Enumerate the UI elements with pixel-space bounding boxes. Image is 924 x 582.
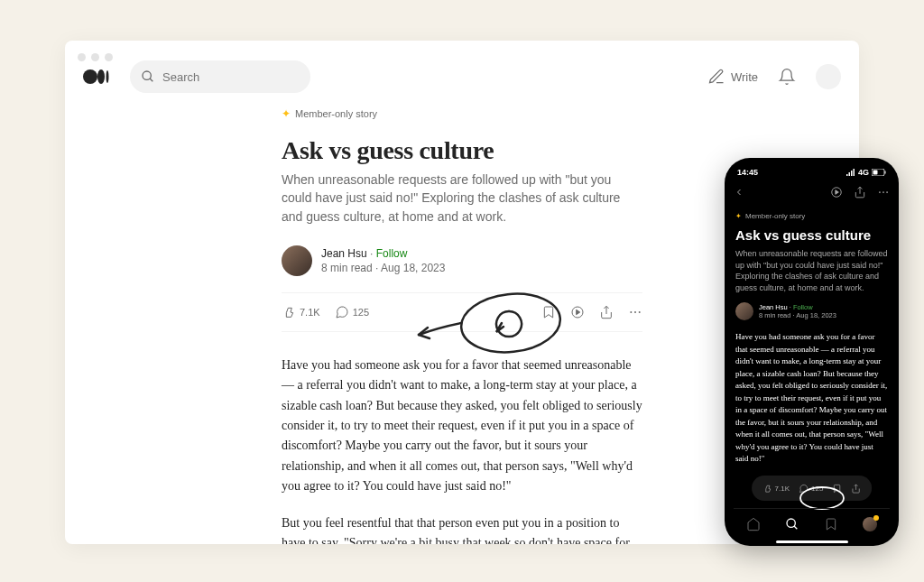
write-label: Write <box>731 70 758 84</box>
mobile-device-mockup: 14:45 4G ✦ Member-only story Ask vs gues… <box>725 158 899 546</box>
mobile-article-subtitle: When unreasonable requests are followed … <box>735 248 888 293</box>
svg-point-20 <box>879 191 881 193</box>
share-icon[interactable] <box>599 305 614 319</box>
svg-line-25 <box>794 526 797 529</box>
clap-icon <box>282 305 296 319</box>
comment-count: 125 <box>353 307 369 318</box>
mobile-top-nav <box>734 180 890 205</box>
svg-rect-12 <box>848 172 850 176</box>
more-icon[interactable] <box>628 305 642 319</box>
mobile-author-avatar[interactable] <box>735 302 753 320</box>
svg-point-3 <box>143 71 151 79</box>
mobile-article: ✦ Member-only story Ask vs guess culture… <box>734 205 890 473</box>
user-avatar[interactable] <box>816 64 841 89</box>
maximize-window-button[interactable] <box>105 53 113 61</box>
mobile-author-byline: Jean Hsu · Follow 8 min read · Aug 18, 2… <box>735 302 888 320</box>
follow-button[interactable]: Follow <box>376 247 408 260</box>
mobile-read-time: 8 min read <box>759 311 790 319</box>
article-title: Ask vs guess culture <box>282 136 642 165</box>
author-name[interactable]: Jean Hsu <box>321 247 367 260</box>
bookmark-icon[interactable] <box>541 305 556 319</box>
star-icon: ✦ <box>735 212 742 220</box>
write-icon <box>707 68 725 86</box>
home-indicator <box>776 540 848 543</box>
write-button[interactable]: Write <box>707 68 758 86</box>
mobile-clap-count: 7.1K <box>775 485 790 493</box>
play-icon[interactable] <box>570 305 585 319</box>
home-tab-icon[interactable] <box>746 517 761 531</box>
clap-button[interactable]: 7.1K <box>282 305 320 319</box>
mobile-comment-count: 125 <box>811 485 823 493</box>
mobile-bookmark-icon[interactable] <box>832 484 842 494</box>
signal-icon <box>846 169 855 176</box>
svg-rect-17 <box>885 171 886 174</box>
mobile-author-name[interactable]: Jean Hsu <box>759 303 788 311</box>
svg-point-21 <box>882 191 884 193</box>
mobile-publish-date: Aug 18, 2023 <box>796 311 836 319</box>
engagement-bar: 7.1K 125 <box>282 292 642 332</box>
article-subtitle: When unreasonable requests are followed … <box>282 171 642 226</box>
medium-logo[interactable] <box>83 66 117 88</box>
top-nav-bar: Write <box>65 46 859 107</box>
article-paragraph-2: But you feel resentful that that person … <box>282 513 642 544</box>
play-icon[interactable] <box>830 186 843 199</box>
bookmarks-tab-icon[interactable] <box>824 517 838 531</box>
svg-point-8 <box>634 311 636 313</box>
mobile-member-badge-label: Member-only story <box>745 212 805 220</box>
mobile-share-icon[interactable] <box>851 484 861 494</box>
author-avatar[interactable] <box>282 245 312 276</box>
comment-icon <box>335 305 349 319</box>
minimize-window-button[interactable] <box>91 53 99 61</box>
svg-rect-16 <box>873 171 878 175</box>
network-label: 4G <box>858 168 869 177</box>
search-input[interactable] <box>162 70 300 84</box>
svg-rect-13 <box>851 171 853 176</box>
mobile-article-title: Ask vs guess culture <box>735 227 888 243</box>
svg-point-22 <box>886 191 888 193</box>
mobile-member-badge: ✦ Member-only story <box>735 212 888 220</box>
battery-icon <box>872 169 886 176</box>
article-paragraph-1: Have you had someone ask you for a favor… <box>282 356 642 497</box>
star-icon: ✦ <box>282 107 291 120</box>
profile-tab-icon[interactable] <box>863 517 877 531</box>
search-icon <box>141 69 155 84</box>
svg-point-1 <box>97 69 105 84</box>
notifications-icon[interactable] <box>778 68 796 86</box>
author-byline: Jean Hsu · Follow 8 min read · Aug 18, 2… <box>282 245 642 276</box>
svg-marker-6 <box>577 309 580 314</box>
svg-marker-19 <box>836 190 839 195</box>
mobile-tab-bar <box>734 508 890 539</box>
mobile-clap-button[interactable]: 7.1K <box>762 484 790 494</box>
comment-button[interactable]: 125 <box>335 305 369 319</box>
window-controls <box>78 53 113 61</box>
member-badge-label: Member-only story <box>295 108 377 119</box>
svg-point-0 <box>83 69 97 84</box>
svg-rect-14 <box>853 169 855 176</box>
read-time: 8 min read <box>321 262 373 274</box>
share-icon[interactable] <box>854 186 866 199</box>
svg-point-24 <box>787 519 795 527</box>
close-window-button[interactable] <box>78 53 86 61</box>
publish-date: Aug 18, 2023 <box>381 262 445 274</box>
mobile-article-body: Have you had someone ask you for a favor… <box>735 331 888 466</box>
search-box[interactable] <box>130 60 310 93</box>
mobile-time: 14:45 <box>737 168 758 177</box>
mobile-comment-button[interactable]: 125 <box>799 484 823 494</box>
mobile-follow-button[interactable]: Follow <box>793 303 813 311</box>
more-icon[interactable] <box>877 186 890 199</box>
mobile-floating-engagement-bar: 7.1K 125 <box>752 476 873 501</box>
member-only-badge: ✦ Member-only story <box>282 107 642 120</box>
back-icon[interactable] <box>734 187 744 198</box>
svg-line-4 <box>150 79 152 81</box>
search-tab-icon[interactable] <box>785 517 799 531</box>
mobile-status-bar: 14:45 4G <box>734 165 890 180</box>
clap-count: 7.1K <box>300 307 320 318</box>
svg-point-2 <box>106 70 109 83</box>
svg-rect-11 <box>846 174 848 176</box>
svg-point-9 <box>639 311 641 313</box>
svg-point-7 <box>630 311 632 313</box>
